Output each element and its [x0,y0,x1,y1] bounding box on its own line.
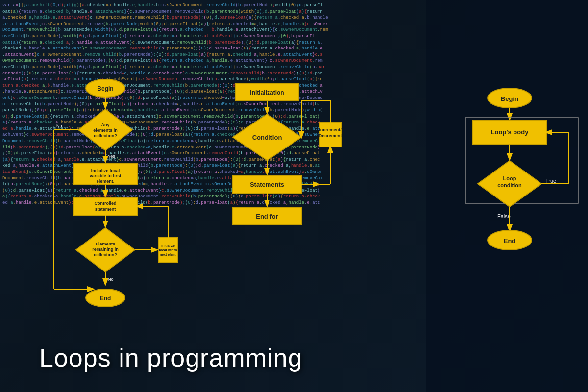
svg-text:remaining in: remaining in [92,247,119,252]
flowchart-mid: Initialization Condition Statements Incr… [196,81,343,287]
svg-rect-14 [74,197,137,215]
svg-text:End for: End for [256,213,278,220]
svg-text:End: End [100,295,111,302]
flowchart-right: Begin Loop's body Loop condition True Fa… [439,86,581,292]
svg-text:collection?: collection? [94,252,117,257]
svg-text:elements in: elements in [93,128,118,133]
svg-text:Increment/: Increment/ [319,127,342,132]
svg-text:Loop: Loop [503,175,516,181]
svg-text:local var to: local var to [159,248,177,252]
svg-text:No: No [56,123,62,128]
svg-text:No: No [108,277,114,282]
page-title: Loops in programming [39,343,302,372]
svg-text:False: False [497,213,511,219]
svg-text:Condition: Condition [252,134,282,141]
svg-text:Begin: Begin [97,85,113,92]
svg-text:statement: statement [95,207,116,212]
svg-text:Begin: Begin [501,95,518,102]
svg-text:Any: Any [101,122,109,127]
svg-text:Initialize local: Initialize local [91,168,120,173]
svg-text:Initialization: Initialization [250,89,284,96]
svg-text:Decrement: Decrement [319,133,342,138]
svg-text:variable to first: variable to first [90,173,122,178]
svg-text:element.: element. [97,179,115,184]
svg-text:Controlled: Controlled [95,201,117,206]
flowchart-left: Begin Any elements in collection? Yes In… [29,76,181,311]
svg-text:True: True [545,178,556,184]
svg-text:Yes: Yes [108,154,115,159]
svg-text:collection?: collection? [94,133,117,138]
svg-text:Initialize: Initialize [161,244,175,247]
svg-text:next elem.: next elem. [160,253,176,256]
svg-text:Elements: Elements [96,242,115,246]
svg-text:End: End [504,237,516,245]
svg-text:Loop's body: Loop's body [491,128,529,136]
svg-text:Statements: Statements [250,181,284,188]
svg-text:condition: condition [497,182,522,188]
